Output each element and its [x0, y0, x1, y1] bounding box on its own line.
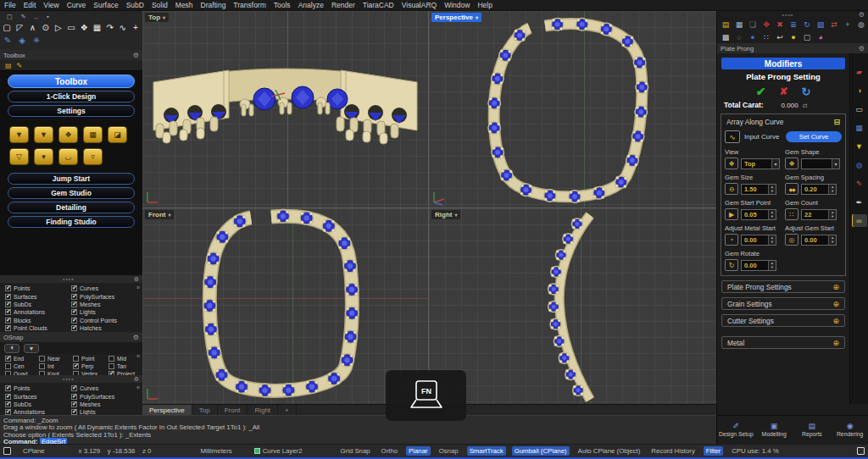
jump-start-button[interactable]: Jump Start: [8, 173, 135, 185]
viewport-top-label[interactable]: Top▾: [145, 13, 169, 22]
side-tab-icon[interactable]: ◑: [852, 84, 867, 97]
side-tab-icon[interactable]: ◍: [852, 158, 867, 171]
section-metal[interactable]: Metal ⊕: [721, 336, 845, 349]
checkbox[interactable]: [39, 363, 45, 369]
status-toggle[interactable]: Filter: [704, 446, 723, 456]
toolbar-icon[interactable]: ⇄: [829, 20, 839, 29]
chevron-down-icon[interactable]: ▾: [832, 159, 839, 169]
filter-checkbox-row[interactable]: Surfaces: [5, 292, 71, 300]
filter-checkbox-row[interactable]: Curves: [71, 384, 142, 392]
gem-start-point-input[interactable]: 0.05 ▴▾: [741, 209, 776, 220]
toolbar-icon[interactable]: ▩: [721, 33, 731, 41]
tray-icon[interactable]: [857, 447, 865, 455]
toolbox-tool-icon[interactable]: ▼: [9, 126, 29, 143]
checkbox[interactable]: [71, 318, 77, 324]
menu-item[interactable]: Window: [444, 1, 470, 9]
adjust-metal-start-input[interactable]: 0.00 ▴▾: [741, 235, 776, 246]
toolbar-icon[interactable]: ▢: [802, 33, 812, 41]
toolbar-icon[interactable]: ●: [748, 33, 758, 41]
status-toggle[interactable]: Grid Snap: [337, 446, 372, 456]
spinner-buttons[interactable]: ▴▾: [768, 235, 776, 245]
filter-checkbox-row[interactable]: Points: [5, 285, 71, 292]
osnap-checkbox-row[interactable]: Int: [39, 362, 73, 370]
toolbar-icon[interactable]: ∿: [118, 21, 128, 34]
toolbar-icon[interactable]: ❏: [748, 20, 758, 29]
toolbar-icon[interactable]: ⊙: [41, 21, 51, 34]
checkbox[interactable]: [5, 301, 11, 307]
gear-icon[interactable]: ⚙: [133, 52, 139, 59]
expand-icon[interactable]: ⊕: [833, 283, 840, 291]
side-tab-icon[interactable]: ▼: [852, 140, 867, 152]
viewport-top[interactable]: Top▾: [142, 11, 428, 207]
gear-icon[interactable]: ⚙: [859, 11, 868, 19]
toolbox-tool-icon[interactable]: ◡: [58, 148, 78, 165]
gem-size-input[interactable]: 1.50 ▴▾: [741, 184, 776, 195]
viewport-tab[interactable]: Right: [248, 405, 278, 416]
menu-item[interactable]: File: [4, 1, 16, 9]
toolbox-tab-icon[interactable]: ▤: [5, 61, 12, 70]
section-grain-settings[interactable]: Grain Settings ⊕: [721, 297, 845, 310]
toolbox-tool-icon[interactable]: ◪: [108, 126, 127, 143]
menu-item[interactable]: Transform: [233, 1, 265, 9]
finding-studio-button[interactable]: Finding Studio: [8, 216, 135, 228]
spinner-buttons[interactable]: ▴▾: [828, 235, 836, 245]
expand-icon[interactable]: ⊕: [833, 339, 840, 347]
collapse-icon[interactable]: ⊟: [834, 118, 841, 126]
toolbar-icon[interactable]: ●: [788, 33, 798, 41]
detailing-button[interactable]: Detailing: [8, 202, 135, 213]
toolbar-icon[interactable]: ◍: [856, 20, 866, 29]
toolbar-icon[interactable]: ↻: [802, 20, 812, 29]
panel-handle[interactable]: •••• ⚙: [0, 375, 142, 383]
osnap-checkbox-row[interactable]: Tan: [108, 362, 142, 370]
toolbar-icon[interactable]: ▧: [815, 20, 826, 29]
workflow-button[interactable]: ▣ Modelling: [755, 423, 793, 437]
filter-checkbox-row[interactable]: Point Clouds: [5, 324, 71, 332]
toolbar-icon[interactable]: ▤: [721, 20, 731, 29]
menu-item[interactable]: Solid: [152, 1, 168, 9]
osnap-checkbox-row[interactable]: Perp: [73, 362, 108, 370]
panel-handle[interactable]: •••• ⚙: [717, 11, 868, 18]
osnap-checkbox-row[interactable]: End: [5, 355, 39, 362]
side-tab-icon[interactable]: ▰: [852, 65, 867, 78]
active-layer[interactable]: Curve Layer2: [254, 447, 303, 455]
viewport-right[interactable]: Right▾: [429, 208, 716, 404]
menu-item[interactable]: Curve: [67, 1, 86, 9]
filter-checkbox-row[interactable]: Hatches: [71, 324, 142, 332]
toolbar-icon[interactable]: +: [843, 20, 853, 29]
filter-checkbox-row[interactable]: Control Points: [71, 317, 142, 324]
filter-checkbox-row[interactable]: Surfaces: [5, 392, 71, 400]
menu-item[interactable]: TiaraCAD: [363, 1, 394, 9]
side-tab-icon[interactable]: ✒: [852, 196, 867, 208]
spinner-buttons[interactable]: ▴▾: [828, 185, 836, 194]
toolbar-icon[interactable]: ✖: [775, 20, 785, 29]
checkbox[interactable]: [5, 325, 11, 331]
menu-item[interactable]: Mesh: [175, 1, 193, 9]
checkbox[interactable]: [71, 301, 77, 307]
gear-icon[interactable]: ⚙: [134, 276, 139, 283]
view-select[interactable]: Top ▾: [741, 158, 780, 169]
menu-item[interactable]: Help: [477, 1, 492, 9]
gem-studio-button[interactable]: Gem Studio: [8, 187, 135, 199]
section-cutter-settings[interactable]: Cutter Settings ⊕: [721, 314, 845, 327]
toolbar-icon[interactable]: ◸: [14, 21, 25, 34]
viewport-tab[interactable]: Perspective: [142, 405, 192, 416]
toolbar-icon[interactable]: ▭: [66, 21, 76, 34]
side-tab-icon[interactable]: ▦: [852, 121, 867, 134]
panel-handle[interactable]: •••• ⚙: [0, 275, 142, 283]
status-toggle[interactable]: Ortho: [379, 446, 401, 456]
side-tab-icon[interactable]: ∞: [852, 214, 867, 227]
filter-checkbox-row[interactable]: Curves: [71, 285, 142, 292]
toolbar-icon[interactable]: ❖: [79, 21, 89, 34]
gem-shape-select[interactable]: ▾: [801, 158, 840, 169]
confirm-icon[interactable]: ✔: [756, 85, 766, 98]
spinner-buttons[interactable]: ▴▾: [768, 185, 776, 194]
toolbar-icon[interactable]: ◌: [734, 33, 744, 41]
cancel-icon[interactable]: ✘: [779, 86, 787, 97]
workflow-button[interactable]: ◉ Rendering: [831, 423, 868, 437]
menu-item[interactable]: View: [43, 1, 58, 9]
checkbox[interactable]: [5, 318, 11, 324]
filter-checkbox-row[interactable]: Lights: [71, 308, 142, 316]
checkbox[interactable]: [5, 409, 11, 415]
spinner-buttons[interactable]: ▴▾: [768, 210, 776, 219]
expand-icon[interactable]: ⊕: [833, 317, 840, 325]
